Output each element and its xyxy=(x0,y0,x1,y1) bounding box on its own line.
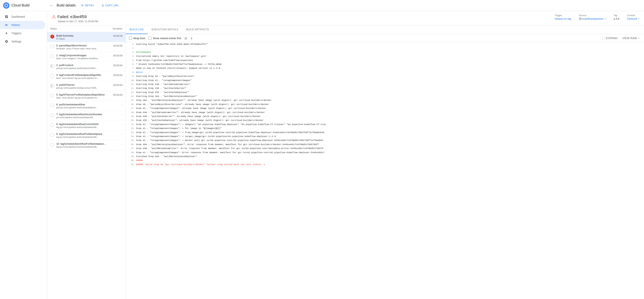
sidebar-item-dashboard[interactable]: Dashboard xyxy=(0,12,46,21)
view-raw-button[interactable]: VIEW RAW ↗ xyxy=(620,36,641,40)
step-sub: bash -ceux images=( "ml-pipeline-kubeflo… xyxy=(56,57,111,60)
source-value[interactable]: kubeflow/pipelines ↗ xyxy=(579,17,606,20)
log-line-text: Step #52 - "pullCacheDeployer": Already … xyxy=(136,118,264,122)
log-line-num: 12 xyxy=(129,86,134,90)
step-summary-duration: 00:00:09 xyxy=(113,34,122,37)
expand-label: EXPAND xyxy=(606,36,618,40)
show-newest-input[interactable] xyxy=(148,36,152,40)
copy-url-button[interactable]: ⎘ COPY URL xyxy=(100,2,121,8)
log-line-text: Step #84 - "pullMarketplaceDeployer": Al… xyxy=(136,98,272,102)
log-line-text: Step #40 - "pullMetadataWriter": Error r… xyxy=(136,147,323,150)
log-line-num: 27 xyxy=(129,147,134,150)
step-item[interactable]: 2: pullFrontend pull gcr.io/ml-pipeline-… xyxy=(47,62,126,72)
log-line: 3 FETCHSOURCE xyxy=(126,50,644,54)
log-line-num: 20 xyxy=(129,118,134,122)
step-pending-icon xyxy=(50,104,54,107)
trigger-value[interactable]: release-on-tag xyxy=(554,17,571,20)
log-line-text: HEAD is now at 5445ce8 chore(release): b… xyxy=(136,66,220,70)
log-line: 11 Starting Step #40 - "pullMetadataWrit… xyxy=(126,82,644,86)
step-half-icon xyxy=(50,84,54,88)
step-sub: tag gcr.io/ml-pipeline-test/scheduledwor… xyxy=(56,136,120,138)
commit-value[interactable]: 5445ce8 ↗ xyxy=(627,17,639,20)
tab-build-log[interactable]: BUILD LOG xyxy=(126,25,148,34)
log-line-num: 3 xyxy=(129,50,134,54)
step-sub: bash -ceux docker tag gcr.io/ml-pipeline… xyxy=(56,96,111,99)
sidebar-item-dashboard-label: Dashboard xyxy=(12,15,25,18)
tab-build-artifacts[interactable]: BUILD ARTIFACTS xyxy=(182,25,213,34)
log-line: 19 Step #46 - "pullCacheServer": Already… xyxy=(126,114,644,118)
log-line: 13 Starting Step #52 - "pullCacheDeploye… xyxy=(126,90,644,94)
log-line: 28 Step #1 - "retagComponentImages": Err… xyxy=(126,150,644,154)
step-duration: - xyxy=(122,142,122,146)
log-line: 15 Step #84 - "pullMarketplaceDeployer":… xyxy=(126,98,644,102)
log-line: 6 * branch 5445ce82c7cd79bd517565750f72c… xyxy=(126,62,644,66)
log-line-text: Step #1 - "retagComponentImages": + for … xyxy=(136,126,222,130)
step-summary-sub: 97 Steps xyxy=(56,38,111,40)
step-item[interactable]: 7: tagScheduledworkflowVersionNumber gcr… xyxy=(47,111,126,121)
top-bar: Cloud Build ← Build details ↻ RETRY ⎘ CO… xyxy=(0,0,644,11)
log-line-num: 25 xyxy=(129,138,134,142)
log-line: 24 Step #1 - "retagComponentImages": + t… xyxy=(126,134,644,138)
log-line-text: Step #1 - "retagComponentImages": + dock… xyxy=(136,138,323,142)
log-line-num: 7 xyxy=(129,66,134,70)
tab-execution-details[interactable]: EXECUTION DETAILS xyxy=(148,25,182,34)
download-icon[interactable]: ⇓ xyxy=(190,36,193,40)
view-raw-icon: ↗ xyxy=(638,37,639,39)
step-item[interactable]: 5: tagAPIServerForMarketplaceMajorMinor … xyxy=(47,91,126,101)
step-duration: - xyxy=(122,132,122,136)
step-item[interactable]: 1: retagComponentImages bash -ceux image… xyxy=(47,52,126,62)
copy-icon: ⎘ xyxy=(102,4,104,7)
history-icon xyxy=(5,23,8,27)
duration-label: Duration xyxy=(113,27,122,30)
log-line-text: Initialized empty Git repository in /wor… xyxy=(136,54,206,58)
log-line: 26 Step #84 - "pullMarketplaceDeployer":… xyxy=(126,142,644,146)
expand-button[interactable]: ⛶ EXPAND xyxy=(601,36,619,40)
log-line: 30 ERROR xyxy=(126,158,644,162)
step-name: 9: tagScheduledworkflowForMarketplace xyxy=(56,132,120,136)
step-half-icon xyxy=(50,64,54,68)
step-item[interactable]: 10: tagScheduledworkflowForMarketplace..… xyxy=(47,140,126,150)
sidebar-item-history-label: History xyxy=(12,24,20,26)
error-icon: ⚠ xyxy=(52,14,56,19)
step-info: 1: retagComponentImages bash -ceux image… xyxy=(56,54,111,60)
wrap-lines-checkbox[interactable]: Wrap lines xyxy=(129,36,145,40)
meta-commit: Commit 5445ce8 ↗ xyxy=(627,14,639,20)
step-item[interactable]: 0: parseMajorMinorVersion /bin/bash -ceu… xyxy=(47,42,126,52)
logo-inner xyxy=(4,4,8,7)
log-line-text: * branch 5445ce82c7cd79bd517565750f72cf6… xyxy=(136,62,222,66)
steps-list: 0: parseMajorMinorVersion /bin/bash -ceu… xyxy=(47,42,126,150)
log-line-num: 24 xyxy=(129,135,134,138)
sidebar-item-settings[interactable]: Settings xyxy=(0,37,46,46)
steps-log-area: Steps Duration ! Build Summary 97 Steps … xyxy=(47,25,644,299)
back-button[interactable]: ← xyxy=(50,3,54,8)
step-item[interactable]: 6: pullScheduledworkflow pull gcr.io/ml-… xyxy=(47,101,126,111)
log-line-text: Starting Step #40 - "pullMetadataWriter" xyxy=(136,82,190,86)
sidebar-item-history[interactable]: History xyxy=(0,21,46,29)
commit-label: Commit xyxy=(627,14,639,16)
step-pending-icon xyxy=(50,44,54,48)
build-status-title: ⚠ Failed: e3be4f59 xyxy=(52,14,98,19)
log-line-num: 5 xyxy=(129,58,134,62)
step-item[interactable]: 9: tagScheduledworkflowForMarketplace ta… xyxy=(47,130,126,140)
step-item[interactable]: 3: tagFrontendForMarketplaceMajorMin bas… xyxy=(47,72,126,82)
retry-label: RETRY xyxy=(85,4,94,7)
log-line-num: 28 xyxy=(129,151,134,154)
log-line: 17 Step #1 - "retagComponentImages": Alr… xyxy=(126,106,644,110)
step-item[interactable]: 4: pullAPIServer pull gcr.io/ml-pipeline… xyxy=(47,82,126,91)
wrap-lines-input[interactable] xyxy=(129,36,132,40)
log-line: 16 Step #0 - "parseMajorMinorVersion": A… xyxy=(126,102,644,106)
show-newest-checkbox[interactable]: Show newest entries first xyxy=(148,36,181,40)
commit-external-icon: ↗ xyxy=(638,18,639,20)
retry-button[interactable]: ↻ RETRY xyxy=(79,2,96,8)
log-line-text: Step #84 - "pullMarketplaceDeployer": Er… xyxy=(136,143,319,146)
step-info: 6: pullScheduledworkflow pull gcr.io/ml-… xyxy=(56,103,120,109)
log-line-text: Step #46 - "pullCacheServer": Already ha… xyxy=(136,114,261,118)
step-duration: 00:00:03 xyxy=(113,93,122,96)
step-info: 8: tagScheduledworkflowCommitSHA tag gcr… xyxy=(56,123,120,128)
build-header: ⚠ Failed: e3be4f59 Started on Dec 17, 20… xyxy=(47,11,644,25)
sidebar-item-triggers[interactable]: Triggers xyxy=(0,29,46,37)
log-line-text: Starting Step #46 - "pullCacheServer" xyxy=(136,86,186,90)
step-item[interactable]: 8: tagScheduledworkflowCommitSHA tag gcr… xyxy=(47,121,126,130)
step-summary-item[interactable]: ! Build Summary 97 Steps 00:00:09 xyxy=(47,32,126,42)
log-line-num: 19 xyxy=(129,114,134,118)
